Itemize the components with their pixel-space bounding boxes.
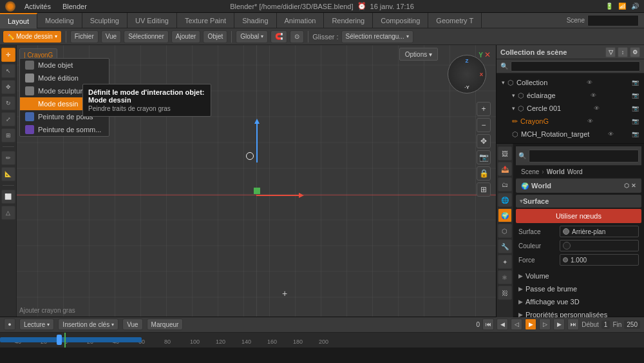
- workspace-shading[interactable]: Shading: [234, 13, 276, 28]
- file-menu-btn[interactable]: Fichier: [70, 30, 99, 43]
- mode-object[interactable]: Mode objet: [20, 59, 109, 72]
- world-name-bar[interactable]: 🌍 World ⬡ ✕: [516, 179, 641, 193]
- next-keyframe-btn[interactable]: ▶: [553, 319, 565, 330]
- eclairage-eye[interactable]: 👁: [591, 92, 596, 99]
- volume-toggle[interactable]: ▶ Volume: [516, 270, 641, 282]
- jump-end-btn[interactable]: ⏭: [567, 319, 579, 330]
- prev-frame-btn[interactable]: ◁: [511, 319, 522, 330]
- options-coll-btn[interactable]: ⚙: [630, 47, 640, 57]
- mch-eye[interactable]: 👁: [608, 131, 614, 137]
- workspace-uv[interactable]: UV Editing: [128, 13, 177, 28]
- eclairage-cam[interactable]: 📷: [632, 92, 639, 99]
- cercle-eye[interactable]: 👁: [594, 105, 600, 112]
- props-search-input[interactable]: [529, 150, 639, 162]
- props-world-btn[interactable]: 🌍: [498, 208, 512, 222]
- zoom-in-btn[interactable]: +: [477, 102, 491, 116]
- play-btn[interactable]: ▶: [525, 319, 536, 330]
- crayon-cam[interactable]: 📷: [632, 118, 639, 124]
- crayon-eye[interactable]: 👁: [587, 118, 593, 124]
- surface-prop-value[interactable]: Arrière-plan: [560, 226, 639, 237]
- vue-btn[interactable]: Vue: [122, 319, 142, 330]
- props-object-btn[interactable]: ⬡: [498, 224, 512, 238]
- playhead-indicator[interactable]: [57, 335, 62, 345]
- props-output-btn[interactable]: 📤: [498, 162, 512, 176]
- timeline-scrubber[interactable]: -40 -20 0 20 40 60 80 100 120 140 160 18…: [0, 333, 644, 348]
- view-camera-btn[interactable]: 📷: [477, 150, 491, 164]
- bc-world[interactable]: World: [547, 168, 565, 175]
- jump-start-btn[interactable]: ⏮: [482, 319, 494, 330]
- gizmo-sphere[interactable]: Z X ·Y: [448, 55, 486, 93]
- workspace-compositing[interactable]: Compositing: [373, 13, 428, 28]
- couleur-value[interactable]: [560, 240, 639, 251]
- props-physics-btn[interactable]: ⚛: [498, 270, 512, 284]
- transform-tool[interactable]: ⊞: [1, 128, 15, 142]
- props-scene-btn[interactable]: 🌐: [498, 193, 512, 207]
- select-menu-btn[interactable]: Sélectionner: [124, 30, 169, 43]
- prev-keyframe-btn[interactable]: ◀: [497, 319, 508, 330]
- surface-header[interactable]: ▾ Surface: [516, 195, 641, 208]
- workspace-sculpting[interactable]: Sculpting: [82, 13, 128, 28]
- add-crayon-btn[interactable]: Ajouter crayon gras: [19, 307, 75, 314]
- view-menu-btn[interactable]: Vue: [101, 30, 121, 43]
- mch-cam[interactable]: 📷: [632, 131, 639, 137]
- affichage-toggle[interactable]: ▶ Affichage vue 3D: [516, 295, 641, 308]
- sync-btn[interactable]: ↕: [618, 47, 628, 57]
- passe-brume-toggle[interactable]: ▶ Passe de brume: [516, 282, 641, 295]
- tree-collection[interactable]: ▾ ⬡ Collection 👁 📷: [497, 76, 644, 89]
- collection-eye[interactable]: 👁: [587, 79, 592, 86]
- add-menu-btn[interactable]: Ajouter: [171, 30, 201, 43]
- proportional-btn[interactable]: ⊙: [290, 30, 304, 43]
- mode-vertex-paint[interactable]: Peinture de somm...: [20, 123, 109, 136]
- workspace-animation[interactable]: Animation: [277, 13, 325, 28]
- tree-eclairage[interactable]: ▾ ⬡ éclairage 👁 📷: [497, 89, 644, 102]
- pan-btn[interactable]: ✥: [477, 134, 491, 148]
- props-constraint-btn[interactable]: ⛓: [498, 286, 512, 300]
- filter-btn[interactable]: ▽: [605, 47, 616, 57]
- use-nodes-btn[interactable]: Utiliser nœuds: [516, 209, 641, 223]
- insertion-btn[interactable]: Insertion de clés ▾: [58, 319, 118, 330]
- timeline-marker-btn[interactable]: ●: [4, 319, 15, 330]
- quad-view-btn[interactable]: ⊞: [477, 182, 491, 197]
- debut-value[interactable]: 1: [601, 320, 611, 329]
- activities-menu[interactable]: Activités: [22, 1, 53, 12]
- fin-value[interactable]: 250: [624, 320, 640, 329]
- next-frame-btn[interactable]: ▷: [539, 319, 551, 330]
- cercle-cam[interactable]: 📷: [632, 105, 639, 112]
- add-cone-tool[interactable]: △: [1, 206, 15, 220]
- props-view-layer-btn[interactable]: 🗂: [498, 177, 512, 191]
- bc-scene[interactable]: Scene: [521, 168, 539, 175]
- scene-search-input[interactable]: [587, 15, 639, 26]
- collection-cam[interactable]: 📷: [632, 79, 639, 86]
- scale-tool[interactable]: ⤢: [1, 112, 15, 126]
- measure-tool[interactable]: 📐: [1, 167, 15, 181]
- marqueur-btn[interactable]: Marqueur: [147, 319, 184, 330]
- annotate-tool[interactable]: ✏: [1, 151, 15, 165]
- cursor-tool[interactable]: ✛: [1, 48, 15, 62]
- force-value-field[interactable]: 1.000: [560, 254, 639, 266]
- select-tool[interactable]: ↖: [1, 64, 15, 78]
- workspace-texture[interactable]: Texture Paint: [177, 13, 234, 28]
- gizmo-close-btn[interactable]: ✕: [484, 50, 491, 59]
- options-btn[interactable]: Options ▾: [399, 48, 438, 61]
- tree-cercle[interactable]: ▾ ⬡ Cercle 001 👁 📷: [497, 102, 644, 115]
- tree-crayon[interactable]: ✏ CrayonG 👁 📷: [497, 115, 644, 128]
- workspace-rendering[interactable]: Rendering: [324, 13, 373, 28]
- props-render-btn[interactable]: 🖼: [498, 146, 512, 161]
- lecture-btn[interactable]: Lecture ▾: [19, 319, 54, 330]
- props-particles-btn[interactable]: ✦: [498, 255, 512, 269]
- zoom-out-btn[interactable]: −: [477, 118, 491, 132]
- workspace-modeling[interactable]: Modeling: [37, 13, 82, 28]
- outliner-search-input[interactable]: [511, 61, 640, 72]
- move-tool[interactable]: ✥: [1, 80, 15, 94]
- object-menu-btn[interactable]: Objet: [203, 30, 227, 43]
- transform-global-btn[interactable]: Global ▾: [236, 30, 268, 43]
- selection-mode-btn[interactable]: Sélection rectangu... ▾: [341, 30, 413, 43]
- mode-edit[interactable]: Mode édition: [20, 72, 109, 84]
- mode-dropdown-btn[interactable]: ✏️ Mode dessin ▾: [3, 30, 62, 43]
- workspace-layout[interactable]: Layout: [0, 13, 37, 28]
- snap-btn[interactable]: 🧲: [270, 30, 287, 43]
- rotate-tool[interactable]: ↻: [1, 96, 15, 110]
- workspace-geometry[interactable]: Geometry T: [428, 13, 482, 28]
- tree-mch[interactable]: ⬡ MCH_Rotation_target 👁 📷: [497, 128, 644, 141]
- lock-view-btn[interactable]: 🔒: [477, 166, 491, 181]
